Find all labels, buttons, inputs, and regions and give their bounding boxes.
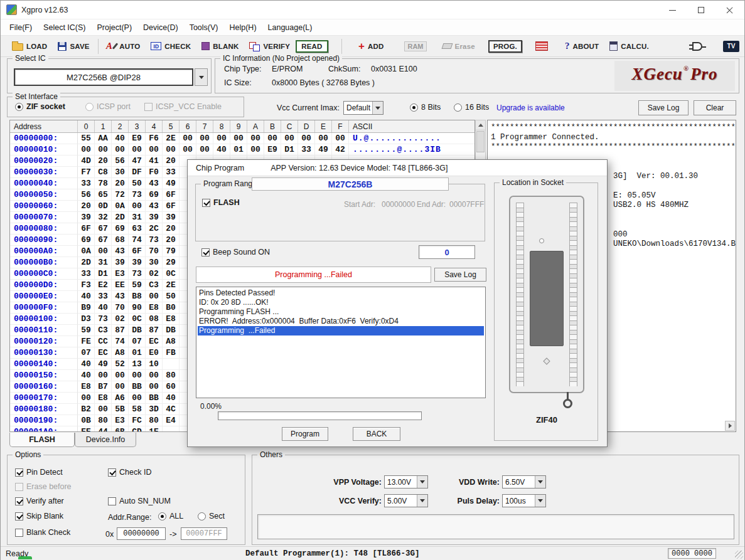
hex-byte-cell[interactable]: 33: [298, 144, 315, 156]
dialog-log-line[interactable]: Programming FLASH ...: [198, 307, 484, 317]
check-id-checkbox[interactable]: Check ID: [108, 468, 151, 477]
hex-byte-cell[interactable]: E8: [95, 393, 112, 404]
hex-byte-cell[interactable]: 47: [129, 156, 146, 167]
hex-byte-cell[interactable]: 40: [213, 144, 230, 156]
hex-byte-cell[interactable]: 00: [129, 370, 146, 381]
hex-byte-cell[interactable]: E2: [95, 280, 112, 291]
hex-byte-cell[interactable]: 0C: [129, 314, 146, 325]
tab-flash[interactable]: FLASH: [9, 433, 75, 447]
menu-item[interactable]: Tools(V): [184, 21, 224, 34]
hex-byte-cell[interactable]: 02: [112, 314, 129, 325]
hex-byte-cell[interactable]: 52: [112, 359, 129, 370]
hex-byte-cell[interactable]: 43: [112, 246, 129, 257]
hex-byte-cell[interactable]: 40: [112, 133, 129, 144]
hex-byte-cell[interactable]: 00: [264, 133, 281, 144]
hex-byte-cell[interactable]: 00: [196, 144, 213, 156]
hex-byte-cell[interactable]: 20: [163, 156, 180, 167]
dialog-save-log-button[interactable]: Save Log: [434, 268, 486, 282]
hex-byte-cell[interactable]: 5B: [112, 404, 129, 415]
hex-byte-cell[interactable]: FB: [163, 347, 180, 359]
hex-byte-cell[interactable]: 31: [129, 212, 146, 223]
hex-byte-cell[interactable]: 00: [180, 133, 196, 144]
puls-delay-select[interactable]: 100us: [502, 494, 546, 507]
hex-byte-cell[interactable]: A6: [112, 393, 129, 404]
bits-16-radio[interactable]: 16 Bits: [454, 103, 489, 112]
hex-byte-cell[interactable]: E3: [112, 268, 129, 280]
hex-byte-cell[interactable]: BB: [146, 393, 163, 404]
hex-byte-cell[interactable]: 65: [95, 189, 112, 201]
hex-byte-cell[interactable]: CD: [129, 426, 146, 432]
hex-byte-cell[interactable]: BB: [129, 381, 146, 393]
hex-row[interactable]: 00000010:0000000000000000400100E9D133494…: [10, 144, 474, 156]
hex-byte-cell[interactable]: EC: [95, 347, 112, 359]
hex-byte-cell[interactable]: 0B: [78, 415, 95, 426]
hex-byte-cell[interactable]: 00: [315, 133, 332, 144]
hex-byte-cell[interactable]: 78: [95, 178, 112, 189]
hex-row[interactable]: 00000000:55AA40E9F62E0000000000000000000…: [10, 133, 474, 144]
dialog-title-bar[interactable]: Chip Program APP Version: 12.63 Device M…: [188, 160, 607, 176]
menu-item[interactable]: Language(L): [262, 21, 318, 34]
close-button[interactable]: [716, 1, 744, 19]
hex-byte-cell[interactable]: B9: [78, 302, 95, 314]
hex-byte-cell[interactable]: C3: [95, 325, 112, 336]
hex-byte-cell[interactable]: 00: [281, 133, 298, 144]
program-button[interactable]: Program: [282, 427, 328, 441]
hex-byte-cell[interactable]: CC: [95, 336, 112, 347]
hex-byte-cell[interactable]: B0: [163, 302, 180, 314]
hex-byte-cell[interactable]: 43: [146, 178, 163, 189]
prog-button[interactable]: PROG.: [488, 40, 522, 53]
skip-blank-checkbox[interactable]: Skip Blank: [15, 512, 63, 520]
hex-byte-cell[interactable]: 07: [129, 336, 146, 347]
resize-grip[interactable]: [735, 551, 743, 559]
tv-button[interactable]: TV: [718, 39, 744, 54]
hex-byte-cell[interactable]: 31: [95, 257, 112, 268]
back-button[interactable]: BACK: [353, 427, 400, 441]
dropdown-button[interactable]: [535, 495, 545, 507]
hex-byte-cell[interactable]: 01: [230, 144, 247, 156]
dialog-log-line[interactable]: Pins Detected Passed!: [198, 288, 484, 298]
vcc-current-select[interactable]: Default: [343, 101, 383, 115]
hex-byte-cell[interactable]: 59: [78, 325, 95, 336]
hex-byte-cell[interactable]: 00: [247, 144, 264, 156]
hex-byte-cell[interactable]: 00: [146, 291, 163, 302]
hex-byte-cell[interactable]: E4: [163, 415, 180, 426]
hex-byte-cell[interactable]: 6F: [129, 246, 146, 257]
hex-byte-cell[interactable]: 69: [112, 223, 129, 235]
vdd-write-select[interactable]: 6.50V: [502, 475, 546, 489]
hex-byte-cell[interactable]: 4D: [78, 156, 95, 167]
add-button[interactable]: + ADD: [353, 40, 389, 52]
title-bar[interactable]: Xgpro v12.63: [1, 1, 744, 19]
save-button[interactable]: SAVE: [53, 40, 94, 53]
hex-byte-cell[interactable]: 0A: [78, 246, 95, 257]
hex-byte-cell[interactable]: 40: [78, 359, 95, 370]
hex-byte-cell[interactable]: B8: [129, 291, 146, 302]
hex-byte-cell[interactable]: F7: [78, 167, 95, 178]
hex-byte-cell[interactable]: 33: [78, 178, 95, 189]
hex-byte-cell[interactable]: 39: [129, 257, 146, 268]
hex-byte-cell[interactable]: 80: [163, 370, 180, 381]
hex-byte-cell[interactable]: 00: [180, 144, 196, 156]
hex-byte-cell[interactable]: 00: [230, 133, 247, 144]
hex-byte-cell[interactable]: 33: [95, 291, 112, 302]
calcu-button[interactable]: CALCU.: [604, 40, 654, 53]
menu-item[interactable]: Project(P): [92, 21, 138, 34]
hex-byte-cell[interactable]: 00: [95, 144, 112, 156]
hex-byte-cell[interactable]: 74: [112, 336, 129, 347]
hex-byte-cell[interactable]: 00: [129, 393, 146, 404]
hex-byte-cell[interactable]: E8: [163, 314, 180, 325]
hex-byte-cell[interactable]: 43: [112, 291, 129, 302]
range-start-input[interactable]: 00000000: [117, 527, 166, 540]
hex-byte-cell[interactable]: 00: [332, 133, 349, 144]
zif-socket-radio[interactable]: ZIF socket: [15, 102, 65, 111]
hex-byte-cell[interactable]: 6B: [112, 426, 129, 432]
dropdown-button[interactable]: [372, 102, 383, 114]
hex-byte-cell[interactable]: 02: [146, 268, 163, 280]
hex-byte-cell[interactable]: 32: [95, 212, 112, 223]
hex-byte-cell[interactable]: 20: [163, 235, 180, 246]
hex-byte-cell[interactable]: B2: [78, 404, 95, 415]
dropdown-button[interactable]: [417, 476, 427, 488]
about-button[interactable]: ? ABOUT: [560, 40, 604, 52]
hex-byte-cell[interactable]: D3: [78, 314, 95, 325]
menu-item[interactable]: Help(H): [223, 21, 262, 34]
hex-byte-cell[interactable]: 20: [78, 201, 95, 212]
